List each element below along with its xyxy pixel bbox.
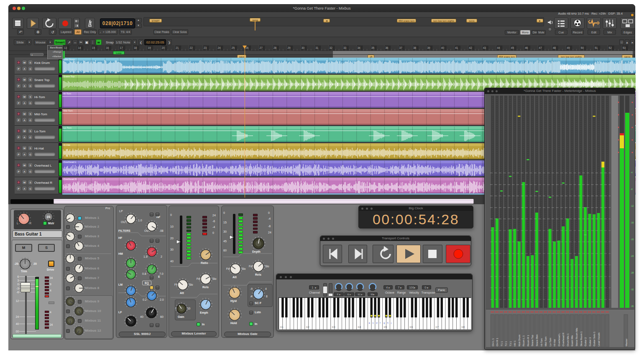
svg-text:T3 1: T3 1	[509, 341, 512, 346]
svg-text:Master: Master	[625, 339, 628, 346]
svg-text:C5: C5	[384, 326, 387, 328]
svg-text:30: 30	[302, 46, 305, 49]
svg-text:38: 38	[413, 46, 417, 49]
svg-text:Mid-Tom: Mid-Tom	[544, 337, 547, 346]
svg-text:g: g	[383, 322, 385, 324]
svg-text:HH 1: HH 1	[514, 340, 516, 346]
svg-text:18: 18	[134, 46, 137, 49]
svg-text:T2 1: T2 1	[505, 341, 507, 346]
svg-text:Overhead L: Overhead L	[558, 333, 560, 346]
svg-text:24: 24	[217, 46, 221, 49]
svg-text:49: 49	[567, 46, 570, 49]
svg-text:53: 53	[623, 46, 626, 49]
svg-text:22: 22	[190, 46, 193, 49]
svg-text:C6: C6	[410, 326, 413, 328]
svg-text:-4: -4	[631, 171, 633, 174]
svg-text:OH R 1: OH R 1	[496, 337, 498, 346]
svg-text:Kick Drum: Kick Drum	[518, 335, 521, 346]
svg-text:C2: C2	[306, 326, 309, 328]
svg-text:14: 14	[78, 46, 81, 49]
svg-text:j: j	[391, 322, 391, 324]
svg-text:46: 46	[525, 46, 528, 49]
svg-text:50: 50	[581, 46, 584, 49]
svg-text:-8: -8	[631, 188, 633, 190]
svg-text:-16: -16	[631, 221, 634, 224]
svg-text:C7: C7	[436, 326, 439, 328]
svg-text:Guitar 3: Guitar 3	[589, 337, 591, 346]
svg-text:Steve Room Mix: Steve Room Mix	[575, 328, 578, 346]
svg-text:Room R 1: Room R 1	[527, 335, 529, 346]
svg-text:25: 25	[232, 46, 235, 49]
svg-text:17: 17	[120, 46, 123, 49]
svg-text:28: 28	[273, 46, 277, 49]
svg-text:Guitar Solo 1: Guitar Solo 1	[593, 331, 595, 346]
svg-text:C4: C4	[358, 326, 361, 328]
svg-text:27: 27	[260, 46, 263, 49]
svg-text:16: 16	[106, 46, 109, 49]
svg-text:a: a	[369, 322, 370, 324]
svg-text:Overhead R: Overhead R	[562, 332, 565, 346]
svg-text:51: 51	[595, 46, 598, 49]
svg-text:36: 36	[385, 46, 388, 49]
svg-text:Hi-Hat: Hi-Hat	[553, 339, 556, 346]
svg-text:52: 52	[609, 46, 612, 49]
svg-text:-20: -20	[631, 238, 634, 241]
svg-text:35: 35	[371, 46, 375, 49]
svg-text:-36: -36	[631, 305, 634, 307]
svg-text:-28: -28	[631, 271, 634, 274]
svg-text:Drum Mix 1: Drum Mix 1	[567, 333, 569, 346]
svg-text:47: 47	[539, 46, 542, 49]
svg-text:45: 45	[511, 46, 514, 49]
svg-text:42: 42	[469, 46, 473, 49]
svg-text:33: 33	[343, 46, 347, 49]
svg-text:44: 44	[497, 46, 500, 49]
svg-text:Hi-Tom: Hi-Tom	[540, 338, 543, 346]
svg-text:T1 1: T1 1	[501, 341, 503, 346]
svg-text:23: 23	[204, 46, 207, 49]
svg-text:Room L 1: Room L 1	[522, 335, 525, 346]
svg-text:h: h	[387, 322, 388, 324]
svg-text:31: 31	[315, 46, 319, 49]
svg-text:20: 20	[162, 46, 165, 49]
svg-text:Exam Mix: Exam Mix	[571, 335, 573, 346]
svg-text:32: 32	[330, 46, 333, 49]
svg-text:40: 40	[441, 46, 445, 49]
svg-text:-32: -32	[631, 288, 634, 291]
svg-text:Snare Btm: Snare Btm	[536, 335, 538, 346]
svg-text:OH L 1: OH L 1	[492, 338, 494, 346]
svg-text:43: 43	[483, 46, 486, 49]
svg-text:36: 36	[47, 215, 51, 219]
svg-text:Slow Room 1: Slow Room 1	[580, 331, 583, 346]
svg-text:d: d	[376, 322, 378, 324]
svg-text:48: 48	[553, 46, 556, 49]
svg-text:19: 19	[148, 46, 151, 49]
svg-text:Lead Vocals: Lead Vocals	[598, 332, 600, 346]
svg-text:C8: C8	[461, 326, 465, 328]
svg-text:39: 39	[427, 46, 430, 49]
svg-text:41: 41	[455, 46, 458, 49]
svg-text:Snare Top: Snare Top	[531, 335, 534, 346]
svg-text:37: 37	[399, 46, 403, 49]
svg-text:C3: C3	[332, 326, 335, 328]
svg-text:29: 29	[287, 46, 291, 49]
svg-text:-24: -24	[631, 255, 634, 257]
svg-text:-12: -12	[631, 205, 634, 207]
svg-text:Guitar 2: Guitar 2	[584, 337, 587, 346]
svg-text:21: 21	[176, 46, 179, 49]
svg-text:34: 34	[357, 46, 360, 49]
svg-text:C1: C1	[280, 326, 284, 328]
svg-text:15: 15	[92, 46, 95, 49]
svg-text:13: 13	[64, 46, 67, 49]
svg-text:Lo-Tom: Lo-Tom	[549, 338, 552, 346]
